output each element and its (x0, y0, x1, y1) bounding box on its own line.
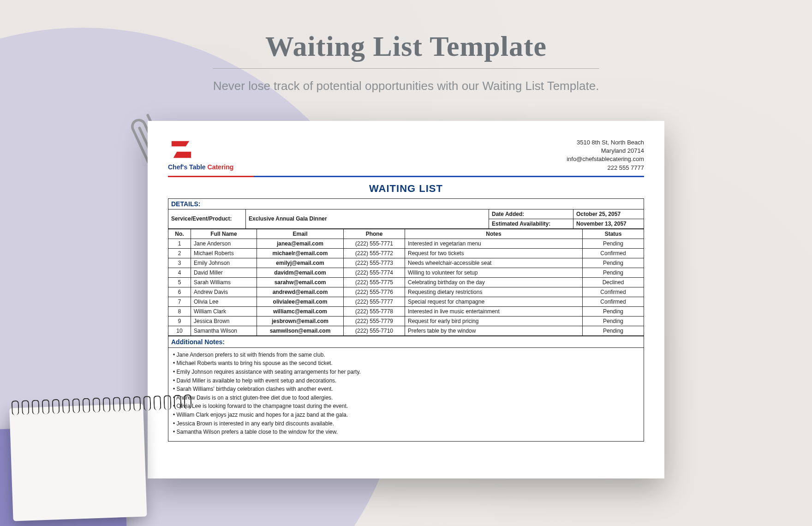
note-item: Andrew Davis is on a strict gluten-free … (173, 394, 639, 402)
cell-name: Michael Roberts (191, 248, 257, 258)
cell-no: 2 (168, 248, 191, 258)
cell-status: Pending (583, 239, 644, 248)
cell-notes: Willing to volunteer for setup (405, 268, 583, 277)
additional-header: Additional Notes: (168, 336, 644, 347)
details-table: DETAILS: Service/Event/Product: Exclusiv… (168, 198, 644, 229)
note-item: Emily Johnson requires assistance with s… (173, 368, 639, 377)
cell-notes: Interested in live music entertainment (405, 306, 583, 316)
cell-phone: (222) 555-7777 (344, 297, 405, 306)
cell-notes: Request for early bird pricing (405, 316, 583, 326)
cell-phone: (222) 555-7773 (344, 258, 405, 268)
cell-email: janea@email.com (257, 239, 344, 248)
cell-name: David Miller (191, 268, 257, 277)
note-item: Sarah Williams' birthday celebration cla… (173, 385, 639, 394)
cell-phone: (222) 555-7778 (344, 306, 405, 316)
cell-email: sarahw@email.com (257, 277, 344, 287)
table-row: 5Sarah Williamssarahw@email.com(222) 555… (168, 277, 644, 287)
table-row: 6Andrew Davisandrewd@email.com(222) 555-… (168, 287, 644, 297)
cell-phone: (222) 555-7776 (344, 287, 405, 297)
availability-label: Estimated Availability: (489, 219, 573, 228)
cell-phone: (222) 555-7772 (344, 248, 405, 258)
cell-status: Pending (583, 316, 644, 326)
note-item: Michael Roberts wants to bring his spous… (173, 359, 639, 368)
cell-notes: Interested in vegetarian menu (405, 239, 583, 248)
notebook-front (9, 404, 147, 521)
additional-notes-table: Additional Notes: Jane Anderson prefers … (168, 336, 644, 442)
table-row: 9Jessica Brownjesbrown@email.com(222) 55… (168, 316, 644, 326)
note-item: William Clark enjoys jazz music and hope… (173, 411, 639, 419)
cell-status: Pending (583, 258, 644, 268)
cell-status: Pending (583, 306, 644, 316)
col-email: Email (257, 229, 344, 239)
cell-status: Confirmed (583, 287, 644, 297)
table-row: 10Samantha Wilsonsamwilson@email.com(222… (168, 326, 644, 335)
cell-email: jesbrown@email.com (257, 316, 344, 326)
col-notes: Notes (405, 229, 583, 239)
cell-email: olivialee@email.com (257, 297, 344, 306)
table-row: 7Olivia Leeolivialee@email.com(222) 555-… (168, 297, 644, 306)
table-row: 3Emily Johnsonemilyj@email.com(222) 555-… (168, 258, 644, 268)
cell-phone: (222) 555-7710 (344, 326, 405, 335)
table-header-row: No. Full Name Email Phone Notes Status (168, 229, 644, 239)
cell-notes: Request for two tickets (405, 248, 583, 258)
date-added-label: Date Added: (489, 209, 573, 219)
cell-no: 3 (168, 258, 191, 268)
company-name: Chef's Table Catering (168, 163, 233, 171)
cell-notes: Prefers table by the window (405, 326, 583, 335)
cell-status: Confirmed (583, 248, 644, 258)
cell-email: michaelr@email.com (257, 248, 344, 258)
divider-bar (168, 176, 644, 177)
cell-name: Sarah Williams (191, 277, 257, 287)
company-name-b: Catering (208, 163, 234, 171)
cell-no: 6 (168, 287, 191, 297)
cell-no: 4 (168, 268, 191, 277)
service-label: Service/Event/Product: (168, 209, 246, 228)
title-divider (213, 68, 599, 69)
cell-no: 9 (168, 316, 191, 326)
note-item: Jane Anderson prefers to sit with friend… (173, 351, 639, 359)
additional-notes-body: Jane Anderson prefers to sit with friend… (168, 347, 644, 441)
table-row: 2Michael Robertsmichaelr@email.com(222) … (168, 248, 644, 258)
cell-no: 7 (168, 297, 191, 306)
note-item: Olivia Lee is looking forward to the cha… (173, 402, 639, 411)
col-status: Status (583, 229, 644, 239)
details-header: DETAILS: (168, 198, 644, 209)
note-item: Jessica Brown is interested in any early… (173, 419, 639, 428)
page-subtitle: Never lose track of potential opportunit… (213, 79, 599, 93)
cell-name: William Clark (191, 306, 257, 316)
table-row: 8William Clarkwilliamc@email.com(222) 55… (168, 306, 644, 316)
cell-name: Jessica Brown (191, 316, 257, 326)
cell-email: samwilson@email.com (257, 326, 344, 335)
note-item: Samantha Wilson prefers a table close to… (173, 428, 639, 436)
cell-notes: Needs wheelchair-accessible seat (405, 258, 583, 268)
cell-status: Confirmed (583, 297, 644, 306)
cell-no: 10 (168, 326, 191, 335)
document-sheet: Chef's Table Catering 3510 8th St, North… (148, 121, 664, 478)
table-row: 4David Millerdavidm@email.com(222) 555-7… (168, 268, 644, 277)
scene: Waiting List Template Never lose track o… (0, 0, 812, 526)
cell-email: davidm@email.com (257, 268, 344, 277)
cell-notes: Celebrating birthday on the day (405, 277, 583, 287)
cell-no: 5 (168, 277, 191, 287)
cell-status: Pending (583, 326, 644, 335)
addr-email: info@chefstablecatering.com (567, 155, 644, 163)
company-address: 3510 8th St, North Beach Maryland 20714 … (567, 138, 644, 172)
waiting-list-table: No. Full Name Email Phone Notes Status 1… (168, 229, 644, 336)
cell-phone: (222) 555-7779 (344, 316, 405, 326)
cell-status: Pending (583, 268, 644, 277)
company-logo: Chef's Table Catering (168, 138, 233, 171)
cell-phone: (222) 555-7774 (344, 268, 405, 277)
cell-name: Andrew Davis (191, 287, 257, 297)
cell-phone: (222) 555-7771 (344, 239, 405, 248)
cell-name: Emily Johnson (191, 258, 257, 268)
service-value: Exclusive Annual Gala Dinner (246, 209, 489, 228)
cell-name: Samantha Wilson (191, 326, 257, 335)
note-item: David Miller is available to help with e… (173, 377, 639, 385)
cell-email: emilyj@email.com (257, 258, 344, 268)
col-phone: Phone (344, 229, 405, 239)
date-added-value: October 25, 2057 (573, 209, 644, 219)
company-name-a: Chef's Table (168, 163, 206, 171)
page-heading: Waiting List Template Never lose track o… (213, 30, 599, 93)
cell-no: 8 (168, 306, 191, 316)
cell-name: Olivia Lee (191, 297, 257, 306)
